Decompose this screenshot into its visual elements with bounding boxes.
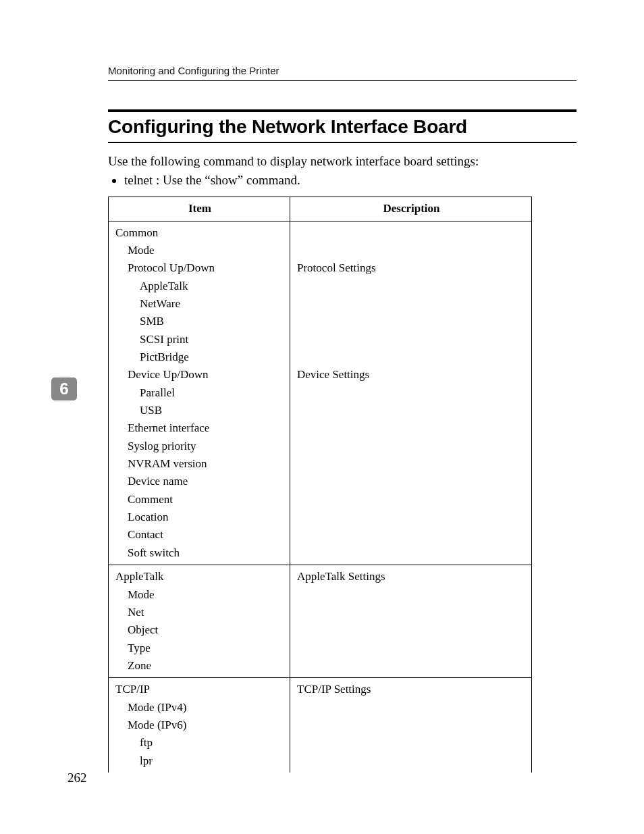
description-line (297, 331, 526, 348)
description-line (297, 621, 526, 639)
description-line: AppleTalk Settings (297, 568, 526, 585)
description-line (297, 438, 526, 455)
description-line (297, 348, 526, 366)
item-line: Zone (115, 657, 284, 675)
bullet-list: telnet : Use the “show” command. (108, 172, 576, 189)
col-header-item: Item (109, 197, 290, 221)
description-line: TCP/IP Settings (297, 681, 526, 698)
description-line (297, 278, 526, 295)
description-line (297, 224, 526, 242)
description-line (297, 473, 526, 490)
item-cell: AppleTalkModeNetObjectTypeZone (109, 565, 290, 678)
description-line (297, 657, 526, 675)
item-line: Ethernet interface (115, 419, 284, 437)
description-line (297, 716, 526, 734)
description-line (297, 526, 526, 544)
description-line (297, 640, 526, 657)
intro-paragraph: Use the following command to display net… (108, 153, 576, 170)
item-line: Soft switch (115, 544, 284, 562)
item-line: Contact (115, 526, 284, 544)
description-line (297, 699, 526, 716)
item-line: AppleTalk (115, 278, 284, 295)
item-line: Mode (IPv6) (115, 716, 284, 734)
description-line (297, 242, 526, 259)
item-line: ftp (115, 734, 284, 752)
item-line: Device name (115, 473, 284, 490)
description-line: Device Settings (297, 366, 526, 384)
table-header-row: Item Description (109, 197, 532, 221)
description-line (297, 586, 526, 604)
item-line: AppleTalk (115, 568, 284, 585)
description-line (297, 455, 526, 473)
table-row: TCP/IPMode (IPv4)Mode (IPv6)ftplprTCP/IP… (109, 678, 532, 773)
description-line (297, 384, 526, 402)
item-line: PictBridge (115, 348, 284, 366)
description-cell: TCP/IP Settings (290, 678, 532, 773)
item-line: Net (115, 604, 284, 621)
rule-thick (108, 109, 576, 112)
item-line: Type (115, 640, 284, 657)
settings-table: Item Description CommonModeProtocol Up/D… (108, 197, 532, 773)
running-head: Monitoring and Configuring the Printer (108, 65, 576, 81)
section-title: Configuring the Network Interface Board (108, 116, 576, 138)
item-line: Object (115, 621, 284, 639)
description-cell: AppleTalk Settings (290, 565, 532, 678)
item-line: Comment (115, 491, 284, 509)
description-line (297, 752, 526, 770)
item-line: SCSI print (115, 331, 284, 348)
description-line (297, 604, 526, 621)
item-cell: CommonModeProtocol Up/DownAppleTalkNetWa… (109, 221, 290, 565)
description-line (297, 734, 526, 752)
item-line: SMB (115, 313, 284, 330)
item-line: NetWare (115, 295, 284, 313)
description-line (297, 313, 526, 330)
col-header-description: Description (290, 197, 532, 221)
item-line: Device Up/Down (115, 366, 284, 384)
item-line: TCP/IP (115, 681, 284, 698)
table-row: CommonModeProtocol Up/DownAppleTalkNetWa… (109, 221, 532, 565)
item-line: USB (115, 402, 284, 419)
item-line: lpr (115, 752, 284, 770)
chapter-tab: 6 (51, 377, 77, 400)
description-line (297, 295, 526, 313)
description-line (297, 509, 526, 526)
item-line: Mode (115, 586, 284, 604)
rule-thin (108, 142, 576, 143)
description-line (297, 491, 526, 509)
item-line: Location (115, 509, 284, 526)
table-row: AppleTalkModeNetObjectTypeZoneAppleTalk … (109, 565, 532, 678)
description-cell: Protocol Settings Device Settings (290, 221, 532, 565)
item-line: Mode (115, 242, 284, 259)
description-line (297, 419, 526, 437)
item-line: Protocol Up/Down (115, 259, 284, 277)
description-line (297, 402, 526, 419)
page: Monitoring and Configuring the Printer C… (0, 0, 644, 834)
description-line (297, 544, 526, 562)
page-number: 262 (68, 771, 87, 785)
bullet-item: telnet : Use the “show” command. (124, 172, 576, 189)
item-line: Syslog priority (115, 438, 284, 455)
item-line: Common (115, 224, 284, 242)
item-line: NVRAM version (115, 455, 284, 473)
item-cell: TCP/IPMode (IPv4)Mode (IPv6)ftplpr (109, 678, 290, 773)
description-line: Protocol Settings (297, 259, 526, 277)
item-line: Parallel (115, 384, 284, 402)
item-line: Mode (IPv4) (115, 699, 284, 716)
